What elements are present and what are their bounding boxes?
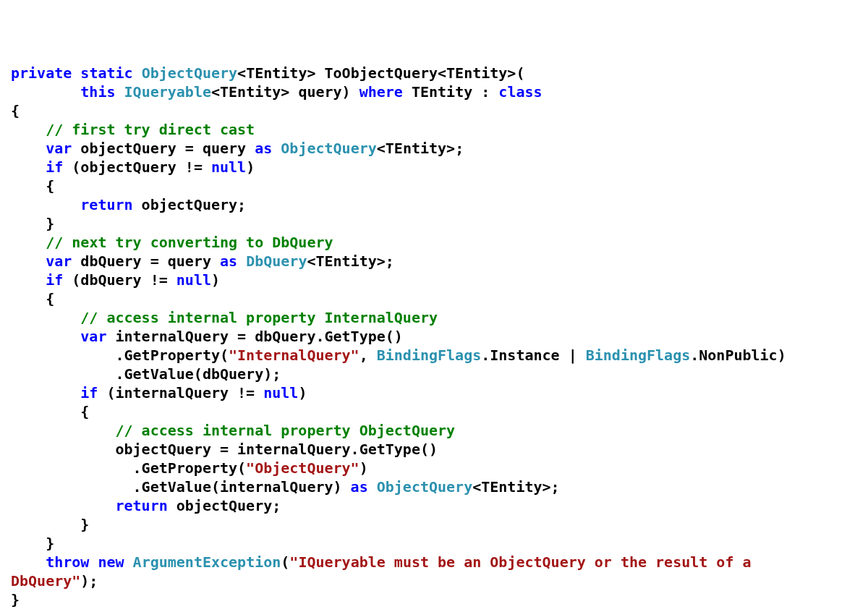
code-token: as <box>220 252 237 270</box>
code-token <box>133 64 142 82</box>
code-line: // first try direct cast <box>11 120 857 139</box>
code-token: throw <box>46 553 89 571</box>
code-token: <TEntity>; <box>307 252 393 270</box>
code-line: // access internal property InternalQuer… <box>11 308 857 327</box>
code-token: } <box>11 215 54 232</box>
code-line: } <box>11 515 857 534</box>
code-token: "InternalQuery" <box>229 347 359 364</box>
code-token <box>11 422 116 439</box>
code-token: BindingFlags <box>377 347 482 364</box>
code-token: null <box>211 158 246 176</box>
code-line: .GetProperty("ObjectQuery") <box>11 459 857 477</box>
code-token: if <box>80 384 98 401</box>
code-token <box>11 384 80 401</box>
code-token: { <box>11 403 89 420</box>
code-line: private static ObjectQuery<TEntity> ToOb… <box>11 64 857 82</box>
code-token: new <box>98 553 124 571</box>
code-token: return <box>80 196 132 213</box>
code-token: .GetValue(internalQuery) <box>11 478 351 496</box>
code-token: <TEntity> query) <box>211 83 359 101</box>
code-token <box>11 328 80 345</box>
code-token <box>237 252 246 270</box>
code-line: if (objectQuery != null) <box>11 158 857 177</box>
code-token <box>124 553 133 571</box>
code-token <box>11 271 46 289</box>
code-line: this IQueryable<TEntity> query) where TE… <box>11 82 857 101</box>
code-line: } <box>11 590 857 609</box>
code-token: (internalQuery != <box>98 384 263 401</box>
code-token: dbQuery = query <box>72 252 220 270</box>
code-token: this <box>80 83 115 101</box>
code-token: .Instance | <box>481 347 586 364</box>
code-token: ObjectQuery <box>142 64 237 82</box>
code-token: <TEntity>; <box>377 140 464 157</box>
code-token: } <box>11 516 89 533</box>
code-token: where <box>359 83 403 101</box>
code-token: if <box>46 158 63 176</box>
code-line: { <box>11 101 857 120</box>
code-line: .GetValue(internalQuery) as ObjectQuery<… <box>11 477 857 496</box>
code-token: .GetProperty( <box>11 347 229 364</box>
code-token: (dbQuery != <box>63 271 176 289</box>
code-token: } <box>11 591 20 608</box>
code-token: ArgumentException <box>133 553 281 571</box>
code-token <box>11 309 80 326</box>
code-line: throw new ArgumentException("IQueryable … <box>11 553 857 571</box>
code-token: ) <box>211 271 220 289</box>
code-line: var internalQuery = dbQuery.GetType() <box>11 327 857 346</box>
code-token: ObjectQuery <box>377 478 472 496</box>
code-token: if <box>46 271 63 289</box>
code-line: { <box>11 177 857 195</box>
code-token: null <box>263 384 298 401</box>
code-block: private static ObjectQuery<TEntity> ToOb… <box>11 64 857 609</box>
code-token: ) <box>359 459 368 477</box>
code-token <box>116 83 124 101</box>
code-token: .GetProperty( <box>11 459 246 477</box>
code-token: ( <box>281 553 289 571</box>
code-token: class <box>498 83 542 101</box>
code-token: null <box>176 271 211 289</box>
code-token <box>368 478 377 496</box>
code-token: objectQuery; <box>133 196 247 213</box>
code-token: { <box>11 290 54 307</box>
code-token: var <box>46 252 72 270</box>
code-token <box>11 83 80 101</box>
code-token: .GetValue(dbQuery); <box>11 365 281 383</box>
code-token: ); <box>80 572 98 590</box>
code-line: { <box>11 402 857 421</box>
code-token: ) <box>246 158 255 176</box>
code-line: if (internalQuery != null) <box>11 383 857 402</box>
code-token <box>11 158 46 176</box>
code-token <box>11 234 46 251</box>
code-token: // next try converting to DbQuery <box>46 234 333 251</box>
code-token: return <box>116 497 168 514</box>
code-token <box>72 64 80 82</box>
code-token: <TEntity>; <box>472 478 559 496</box>
code-line: // access internal property ObjectQuery <box>11 421 857 440</box>
code-line: .GetProperty("InternalQuery", BindingFla… <box>11 346 857 365</box>
code-line: var dbQuery = query as DbQuery<TEntity>; <box>11 252 857 271</box>
code-token: // access internal property InternalQuer… <box>80 309 438 326</box>
code-token: internalQuery = dbQuery.GetType() <box>106 328 402 345</box>
code-line: { <box>11 289 857 308</box>
code-token: (objectQuery != <box>63 158 211 176</box>
code-token: ) <box>298 384 307 401</box>
code-line: } <box>11 214 857 233</box>
code-token: // first try direct cast <box>46 121 255 138</box>
code-line: DbQuery"); <box>11 571 857 590</box>
code-line: .GetValue(dbQuery); <box>11 365 857 383</box>
code-token <box>89 553 98 571</box>
code-token: as <box>255 140 272 157</box>
code-token: objectQuery = internalQuery.GetType() <box>11 441 438 458</box>
code-token: as <box>351 478 368 496</box>
code-token <box>11 140 46 157</box>
code-line: return objectQuery; <box>11 496 857 515</box>
code-token: "IQueryable must be an ObjectQuery or th… <box>289 553 760 571</box>
code-line: // next try converting to DbQuery <box>11 233 857 252</box>
code-token: ObjectQuery <box>281 140 376 157</box>
code-token: var <box>46 140 72 157</box>
code-token: objectQuery; <box>168 497 281 514</box>
code-token: IQueryable <box>124 83 211 101</box>
code-token <box>11 121 46 138</box>
code-token: objectQuery = query <box>72 140 255 157</box>
